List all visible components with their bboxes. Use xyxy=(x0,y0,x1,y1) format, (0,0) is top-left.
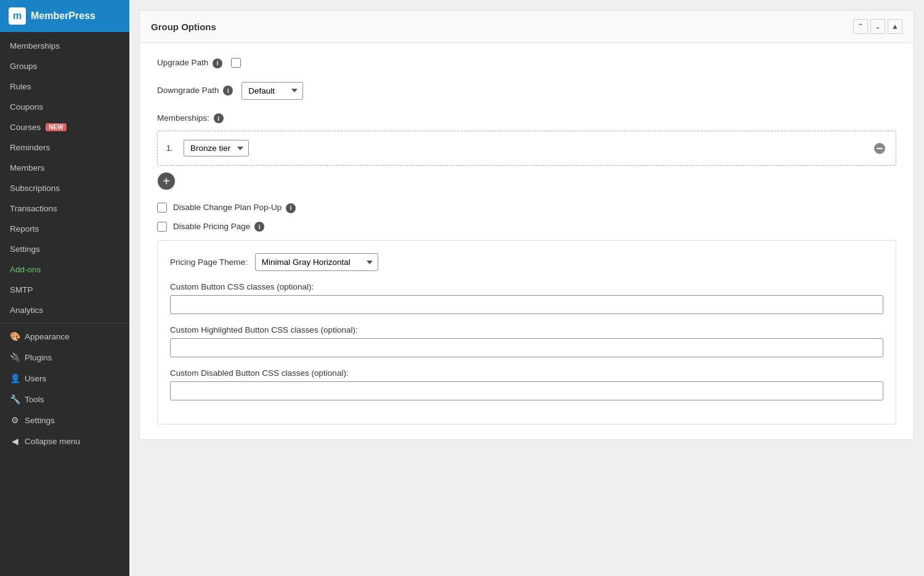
tools-label: Tools xyxy=(25,395,44,404)
panel-collapse-down-button[interactable]: ⌄ xyxy=(870,19,885,34)
custom-highlighted-css-input[interactable] xyxy=(170,338,883,357)
custom-highlighted-css-group: Custom Highlighted Button CSS classes (o… xyxy=(170,325,883,357)
sidebar-item-courses[interactable]: Courses NEW xyxy=(0,117,129,137)
pricing-theme-row: Pricing Page Theme: Minimal Gray Horizon… xyxy=(170,253,883,271)
sidebar-item-reminders[interactable]: Reminders xyxy=(0,137,129,158)
disable-pricing-page-row: Disable Pricing Page i xyxy=(157,222,896,232)
upgrade-path-checkbox[interactable] xyxy=(231,58,241,68)
users-icon: 👤 xyxy=(10,373,20,383)
membership-row-1: 1. Bronze tier Silver tier Gold tier xyxy=(166,140,887,156)
membership-remove-button-1[interactable] xyxy=(872,141,887,156)
sidebar-item-wp-settings[interactable]: ⚙ Settings xyxy=(0,410,129,431)
sidebar: m MemberPress Memberships Groups Rules C… xyxy=(0,0,129,576)
members-label: Members xyxy=(10,163,44,172)
sidebar-item-smtp[interactable]: SMTP xyxy=(0,280,129,300)
sidebar-item-settings[interactable]: Settings xyxy=(0,239,129,259)
custom-highlighted-css-label: Custom Highlighted Button CSS classes (o… xyxy=(170,325,883,335)
sidebar-brand-title: MemberPress xyxy=(31,10,95,22)
downgrade-path-select[interactable]: Default None Custom xyxy=(241,82,303,100)
users-label: Users xyxy=(25,374,46,383)
panel-expand-button[interactable]: ▲ xyxy=(888,19,902,34)
sidebar-item-memberships[interactable]: Memberships xyxy=(0,36,129,56)
panel-collapse-up-button[interactable]: ⌃ xyxy=(853,19,868,34)
wp-settings-icon: ⚙ xyxy=(10,415,20,425)
upgrade-path-label: Upgrade Path i xyxy=(157,58,222,68)
groups-label: Groups xyxy=(10,62,37,71)
sidebar-logo: m xyxy=(9,7,26,25)
analytics-label: Analytics xyxy=(10,306,43,315)
memberships-info-icon[interactable]: i xyxy=(214,113,224,123)
upgrade-path-info-icon[interactable]: i xyxy=(213,59,222,68)
pricing-theme-select[interactable]: Minimal Gray Horizontal Default Minimal … xyxy=(255,253,378,271)
sidebar-item-collapse[interactable]: ◀ Collapse menu xyxy=(0,431,129,452)
pricing-theme-label: Pricing Page Theme: xyxy=(170,258,248,267)
subscriptions-label: Subscriptions xyxy=(10,184,60,193)
membership-select-1[interactable]: Bronze tier Silver tier Gold tier xyxy=(184,140,249,156)
sidebar-header: m MemberPress xyxy=(0,0,129,32)
panel-header-controls: ⌃ ⌄ ▲ xyxy=(853,19,902,34)
smtp-label: SMTP xyxy=(10,285,33,294)
downgrade-path-info-icon[interactable]: i xyxy=(223,86,233,95)
memberships-label: Memberships: i xyxy=(157,113,896,124)
courses-new-badge: NEW xyxy=(46,123,66,131)
disable-change-plan-label: Disable Change Plan Pop-Up i xyxy=(173,203,296,213)
reminders-label: Reminders xyxy=(10,143,50,152)
custom-button-css-input[interactable] xyxy=(170,295,883,314)
sidebar-nav: Memberships Groups Rules Coupons Courses… xyxy=(0,32,129,576)
sidebar-item-tools[interactable]: 🔧 Tools xyxy=(0,389,129,410)
sidebar-item-members[interactable]: Members xyxy=(0,158,129,178)
sidebar-item-coupons[interactable]: Coupons xyxy=(0,97,129,117)
disable-pricing-page-label: Disable Pricing Page i xyxy=(173,222,264,232)
sidebar-item-subscriptions[interactable]: Subscriptions xyxy=(0,178,129,198)
tools-icon: 🔧 xyxy=(10,394,20,404)
disable-change-plan-info-icon[interactable]: i xyxy=(286,203,296,213)
sidebar-item-plugins[interactable]: 🔌 Plugins xyxy=(0,347,129,368)
appearance-label: Appearance xyxy=(25,332,70,341)
sidebar-item-reports[interactable]: Reports xyxy=(0,219,129,239)
sidebar-item-transactions[interactable]: Transactions xyxy=(0,198,129,219)
memberships-label: Memberships xyxy=(10,41,60,51)
remove-circle-icon xyxy=(873,142,886,155)
main-content: Group Options ⌃ ⌄ ▲ Upgrade Path i Downg… xyxy=(129,0,924,576)
membership-number-1: 1. xyxy=(166,144,177,153)
sidebar-item-rules[interactable]: Rules xyxy=(0,76,129,97)
downgrade-path-label: Downgrade Path i xyxy=(157,86,233,96)
upgrade-path-row: Upgrade Path i xyxy=(157,58,896,68)
sidebar-item-analytics[interactable]: Analytics xyxy=(0,300,129,320)
panel-title: Group Options xyxy=(151,22,216,32)
group-options-panel: Group Options ⌃ ⌄ ▲ Upgrade Path i Downg… xyxy=(139,10,914,440)
disable-change-plan-checkbox[interactable] xyxy=(157,203,167,213)
sidebar-item-appearance[interactable]: 🎨 Appearance xyxy=(0,326,129,347)
add-membership-button[interactable]: + xyxy=(157,172,176,190)
settings-label: Settings xyxy=(10,245,40,254)
downgrade-path-row: Downgrade Path i Default None Custom xyxy=(157,82,896,100)
wp-settings-label: Settings xyxy=(25,416,55,425)
courses-label: Courses xyxy=(10,123,41,132)
plugins-label: Plugins xyxy=(25,353,52,362)
plugins-icon: 🔌 xyxy=(10,352,20,362)
panel-header: Group Options ⌃ ⌄ ▲ xyxy=(140,10,914,43)
disable-pricing-page-checkbox[interactable] xyxy=(157,222,167,232)
collapse-label: Collapse menu xyxy=(25,437,80,446)
pricing-section: Pricing Page Theme: Minimal Gray Horizon… xyxy=(157,240,896,424)
custom-button-css-group: Custom Button CSS classes (optional): xyxy=(170,282,883,314)
rules-label: Rules xyxy=(10,82,31,91)
memberships-section: Memberships: i 1. Bronze tier Silver tie… xyxy=(157,113,896,191)
memberships-container: 1. Bronze tier Silver tier Gold tier xyxy=(157,131,896,166)
custom-disabled-css-group: Custom Disabled Button CSS classes (opti… xyxy=(170,368,883,400)
disable-change-plan-row: Disable Change Plan Pop-Up i xyxy=(157,203,896,213)
addons-label: Add-ons xyxy=(10,265,41,274)
panel-body: Upgrade Path i Downgrade Path i Default … xyxy=(140,43,914,439)
custom-disabled-css-label: Custom Disabled Button CSS classes (opti… xyxy=(170,368,883,378)
sidebar-item-groups[interactable]: Groups xyxy=(0,56,129,76)
sidebar-item-addons[interactable]: Add-ons xyxy=(0,259,129,280)
appearance-icon: 🎨 xyxy=(10,331,20,341)
sidebar-item-users[interactable]: 👤 Users xyxy=(0,368,129,389)
custom-button-css-label: Custom Button CSS classes (optional): xyxy=(170,282,883,291)
transactions-label: Transactions xyxy=(10,204,57,213)
coupons-label: Coupons xyxy=(10,102,43,112)
collapse-icon: ◀ xyxy=(10,436,20,446)
sidebar-divider xyxy=(0,323,129,323)
custom-disabled-css-input[interactable] xyxy=(170,381,883,400)
disable-pricing-info-icon[interactable]: i xyxy=(254,222,264,232)
